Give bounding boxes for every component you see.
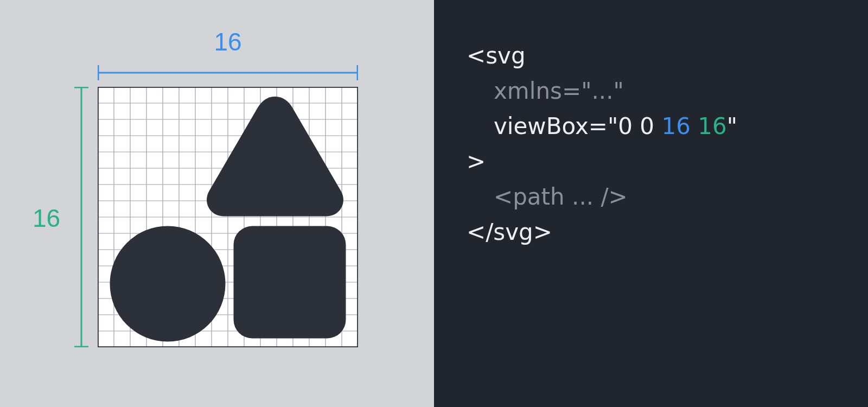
- square-icon: [234, 226, 346, 339]
- code-panel: <svg xmlns="..." viewBox="0 0 16 16" > <…: [434, 0, 868, 407]
- height-value: 16: [33, 204, 60, 232]
- code-viewbox-width: 16: [661, 113, 690, 139]
- diagram-container: 16 16: [0, 0, 868, 407]
- code-viewbox-prefix: viewBox="0 0: [494, 113, 661, 139]
- illustration-panel: 16 16: [0, 0, 434, 407]
- code-viewbox-sep: [691, 113, 698, 139]
- code-path: <path ... />: [467, 179, 835, 214]
- height-dimension-label: 16: [33, 204, 60, 233]
- code-open-tag: <svg: [467, 38, 835, 73]
- code-close-tag: </svg>: [467, 214, 835, 250]
- height-dimension-line: [73, 87, 90, 347]
- width-value: 16: [214, 28, 241, 56]
- code-viewbox: viewBox="0 0 16 16": [467, 109, 835, 144]
- width-dimension-label: 16: [98, 27, 358, 56]
- code-open-close: >: [467, 144, 835, 179]
- code-xmlns: xmlns="...": [467, 73, 835, 109]
- grid-svg: [98, 87, 358, 347]
- code-viewbox-height: 16: [698, 113, 726, 139]
- circle-icon: [110, 226, 226, 342]
- code-viewbox-suffix: ": [727, 113, 737, 139]
- width-dimension-line: [98, 65, 358, 81]
- icon-grid: [98, 87, 358, 347]
